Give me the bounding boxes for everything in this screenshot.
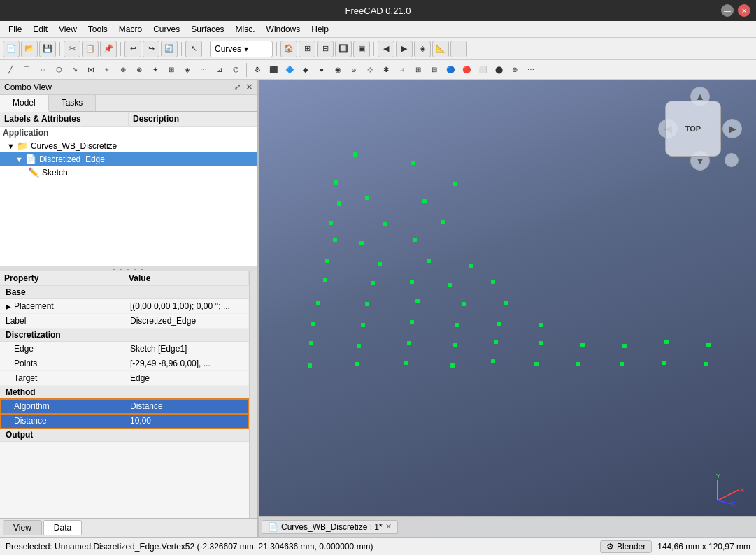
blender-button[interactable]: ⚙ Blender xyxy=(600,540,652,553)
tb-paste-button[interactable]: 📌 xyxy=(100,41,117,57)
nav-arrow-right[interactable]: ▶ xyxy=(722,119,742,138)
tb2-c1[interactable]: ⚙ xyxy=(250,62,265,78)
tb-more1[interactable]: ⋯ xyxy=(450,41,467,57)
tb2-c12[interactable]: ⊟ xyxy=(427,62,442,78)
menu-surfaces[interactable]: Surfaces xyxy=(185,23,229,36)
tb-view-fit[interactable]: ⊞ xyxy=(299,41,315,57)
props-row-distance[interactable]: Distance 10,00 xyxy=(0,414,249,428)
tb2-b10[interactable]: ✦ xyxy=(148,62,163,78)
vp-tab-label: Curves_WB_Discretize : 1* xyxy=(281,522,383,532)
data-point xyxy=(455,323,459,327)
vp-tab-close-button[interactable]: ✕ xyxy=(385,522,392,531)
data-point xyxy=(411,161,415,165)
tb-view-3d[interactable]: 🔲 xyxy=(335,41,352,57)
menu-edit[interactable]: Edit xyxy=(27,23,53,36)
tb-cut-button[interactable]: ✂ xyxy=(64,41,80,57)
props-row-algorithm[interactable]: Algorithm Distance xyxy=(0,399,249,414)
tb2-b8[interactable]: ⊕ xyxy=(115,62,131,78)
tb-view-home[interactable]: 🏠 xyxy=(280,41,297,57)
tb2-line[interactable]: ╱ xyxy=(3,62,18,78)
tb2-circle[interactable]: ○ xyxy=(35,62,50,78)
tb2-c4[interactable]: ◆ xyxy=(298,62,313,78)
3d-viewport[interactable]: ▲ ▼ ◀ ▶ TOP X Y Z xyxy=(259,80,756,537)
workbench-dropdown[interactable]: Curves ▾ xyxy=(210,41,273,57)
tb2-c6[interactable]: ◉ xyxy=(330,62,345,78)
tb-view-ortho[interactable]: ◈ xyxy=(414,41,431,57)
props-section-base: Base xyxy=(0,286,249,299)
tb2-poly[interactable]: ⬡ xyxy=(51,62,66,78)
data-point xyxy=(580,343,585,347)
props-row-target[interactable]: Target Edge xyxy=(0,371,249,386)
panel-resizer[interactable]: - - - - - xyxy=(0,266,257,271)
tb-view-front[interactable]: ▣ xyxy=(353,41,370,57)
menu-macro[interactable]: Macro xyxy=(113,23,148,36)
combo-close-button[interactable]: ✕ xyxy=(245,82,253,92)
menu-misc[interactable]: Misc. xyxy=(230,23,261,36)
tb-open-button[interactable]: 📂 xyxy=(21,41,38,57)
menu-file[interactable]: File xyxy=(3,23,27,36)
tb2-more[interactable]: ⋯ xyxy=(523,62,539,78)
tb2-arc[interactable]: ⌒ xyxy=(19,62,34,78)
tb-refresh-button[interactable]: 🔄 xyxy=(161,41,178,57)
close-button[interactable]: ✕ xyxy=(738,4,750,17)
tb2-c3[interactable]: 🔷 xyxy=(282,62,297,78)
tree-item-sketch[interactable]: ✏️ Sketch xyxy=(0,166,257,179)
props-header: Property Value xyxy=(0,271,249,286)
tb2-b13[interactable]: ⋯ xyxy=(196,62,211,78)
props-col-value: Value xyxy=(124,271,249,285)
tb2-c16[interactable]: ⬤ xyxy=(491,62,506,78)
tb-new-button[interactable]: 📄 xyxy=(3,41,20,57)
tb2-b14[interactable]: ⊿ xyxy=(212,62,227,78)
tab-view[interactable]: View xyxy=(3,520,42,535)
props-row-edge[interactable]: Edge Sketch [Edge1] xyxy=(0,342,249,356)
props-row-label[interactable]: Label Discretized_Edge xyxy=(0,314,249,329)
nav-cube-top-face[interactable]: TOP xyxy=(665,101,721,157)
tb-redo-button[interactable]: ↪ xyxy=(143,41,159,57)
tb2-c7[interactable]: ⌀ xyxy=(346,62,362,78)
tree-item-discretized-edge[interactable]: ▼ 📄 Discretized_Edge xyxy=(0,152,257,166)
tb2-c13[interactable]: 🔵 xyxy=(443,62,458,78)
toolbar-row-1: 📄 📂 💾 ✂ 📋 📌 ↩ ↪ 🔄 ↖ Curves ▾ 🏠 ⊞ ⊟ 🔲 ▣ ◀… xyxy=(0,38,756,60)
tab-data[interactable]: Data xyxy=(43,520,82,535)
props-row-placement[interactable]: ▶ Placement [(0,00 0,00 1,00); 0,00 °; .… xyxy=(0,299,249,314)
tb2-c15[interactable]: ⬜ xyxy=(475,62,490,78)
tb-undo-button[interactable]: ↩ xyxy=(124,41,141,57)
menu-curves[interactable]: Curves xyxy=(148,23,185,36)
tab-model[interactable]: Model xyxy=(0,95,49,112)
combo-expand-button[interactable]: ⤢ xyxy=(234,82,241,92)
props-scrollbar[interactable] xyxy=(249,271,257,518)
tb2-b9[interactable]: ⊗ xyxy=(131,62,147,78)
props-section-output: Output xyxy=(0,428,249,442)
minimize-button[interactable]: — xyxy=(721,4,734,17)
tb2-b15[interactable]: ⌬ xyxy=(228,62,243,78)
tb2-c2[interactable]: ⬛ xyxy=(266,62,281,78)
tb-nav-right[interactable]: ▶ xyxy=(396,41,413,57)
menu-windows[interactable]: Windows xyxy=(261,23,306,36)
nav-dot[interactable] xyxy=(725,153,739,167)
tree-item-curves-wb[interactable]: ▼ 📁 Curves_WB_Discretize xyxy=(0,139,257,152)
tb2-bezier[interactable]: ⋈ xyxy=(83,62,99,78)
tb-pointer-button[interactable]: ↖ xyxy=(185,41,202,57)
tb2-b12[interactable]: ◈ xyxy=(180,62,195,78)
tab-tasks[interactable]: Tasks xyxy=(49,95,97,111)
tb2-spline[interactable]: ∿ xyxy=(67,62,83,78)
props-row-points[interactable]: Points [-29,49 -8,96 0,00], ... xyxy=(0,356,249,371)
tb2-c8[interactable]: ⊹ xyxy=(362,62,378,78)
menu-help[interactable]: Help xyxy=(306,23,334,36)
tb2-c11[interactable]: ⊞ xyxy=(411,62,426,78)
tb2-c5[interactable]: ● xyxy=(314,62,329,78)
viewport-tab-curves[interactable]: 📄 Curves_WB_Discretize : 1* ✕ xyxy=(262,520,398,534)
tb-copy-button[interactable]: 📋 xyxy=(82,41,99,57)
tb2-c17[interactable]: ⊕ xyxy=(507,62,522,78)
tb2-c14[interactable]: 🔴 xyxy=(459,62,474,78)
tb-view-sel[interactable]: ⊟ xyxy=(317,41,334,57)
tb2-b11[interactable]: ⊞ xyxy=(164,62,179,78)
tb-measure[interactable]: 📐 xyxy=(432,41,449,57)
tb-nav-left[interactable]: ◀ xyxy=(378,41,394,57)
tb2-c10[interactable]: ⌗ xyxy=(394,62,410,78)
tb2-c9[interactable]: ✱ xyxy=(378,62,394,78)
menu-view[interactable]: View xyxy=(53,23,83,36)
menu-tools[interactable]: Tools xyxy=(83,23,113,36)
tb-save-button[interactable]: 💾 xyxy=(39,41,56,57)
tb2-b7[interactable]: ⌖ xyxy=(99,62,115,78)
